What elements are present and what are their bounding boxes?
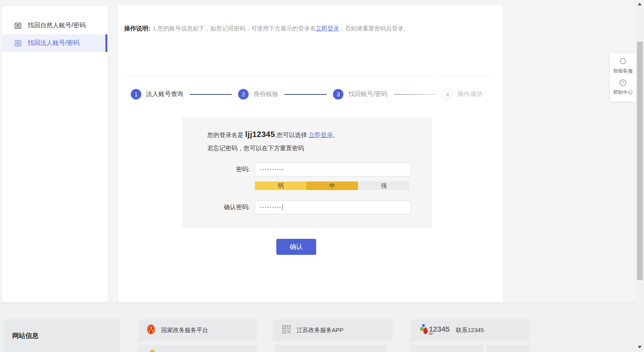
footer-card-label: 国家政务服务平台	[161, 327, 208, 334]
document-icon	[14, 22, 21, 29]
footer-card-partial[interactable]	[487, 345, 530, 352]
step-4-circle: 4	[442, 89, 453, 100]
footer-card-partial[interactable]	[274, 345, 387, 352]
login-now-link[interactable]: 立即登录	[316, 25, 339, 32]
main-panel: 操作说明:1.您的账号信息如下，如您记得密码，可使用下方展示的登录名立即登录，否…	[118, 5, 503, 302]
svg-text:12345: 12345	[429, 325, 450, 333]
website-info-card: 网站信息	[4, 319, 120, 352]
dashed-divider	[124, 76, 490, 77]
instruction-title: 操作说明:	[124, 25, 150, 32]
login-name-line: 您的登录名是 ljj12345,您可以选择 立即登录,	[207, 129, 432, 140]
password-row: 密码: ••••••••••	[182, 163, 432, 176]
sidebar-item-label: 找回法人账号/密码	[28, 39, 79, 47]
account-result-box: 您的登录名是 ljj12345,您可以选择 立即登录, 若忘记密码，您可以在下方…	[182, 117, 432, 228]
sidebar-item-recover-legal-person[interactable]: 找回法人账号/密码	[2, 34, 107, 52]
password-label: 密码:	[182, 165, 250, 174]
strength-weak-segment: 弱	[255, 181, 306, 190]
help-center-label: 帮助中心	[613, 89, 633, 96]
login-now-link[interactable]: 立即登录	[309, 132, 333, 138]
step-3-circle: 3	[333, 89, 343, 100]
sidebar: 找回自然人账号/密码 找回法人账号/密码	[2, 6, 107, 302]
login-name-value: ljj12345	[245, 130, 275, 139]
strength-strong-segment: 强	[358, 181, 409, 190]
step-3-label: 找回账号/密码	[348, 90, 387, 98]
footer-card-label: 江苏政务服务APP	[297, 327, 343, 334]
svg-text:?: ?	[622, 81, 624, 85]
password-masked-value: ••••••••••	[260, 167, 284, 172]
document-icon	[14, 40, 21, 47]
footer-card-partial[interactable]	[410, 345, 483, 352]
step-connector	[285, 94, 327, 95]
confirm-password-masked-value: •••••••••	[260, 205, 282, 210]
footer-card-contact-12345[interactable]: 12345 联系12345	[410, 319, 530, 341]
help-center-item[interactable]: ? 帮助中心	[613, 78, 633, 96]
step-indicator: 1 法人账号查询 2 身份核验 3 找回账号/密码 4 操作成功	[131, 89, 482, 100]
footer-card-label: 联系12345	[456, 327, 484, 334]
smart-service-label: 智能客服	[613, 68, 633, 75]
text-cursor	[282, 204, 283, 210]
strength-medium-segment: 中	[306, 181, 358, 190]
password-input[interactable]: ••••••••••	[255, 163, 411, 176]
smart-service-item[interactable]: 智能客服	[613, 57, 633, 75]
sidebar-item-label: 找回自然人账号/密码	[28, 21, 85, 30]
operation-instruction: 操作说明:1.您的账号信息如下，如您记得密码，可使用下方展示的登录名立即登录，否…	[124, 24, 490, 33]
scroll-down-arrow-icon[interactable]	[638, 346, 642, 348]
step-2-circle: 2	[238, 89, 249, 100]
step-connector	[190, 94, 232, 95]
national-emblem-icon	[147, 324, 155, 336]
step-connector	[394, 94, 436, 95]
website-info-title: 网站信息	[12, 332, 39, 340]
password-strength-meter: 弱 中 强	[255, 181, 409, 190]
vertical-scrollbar[interactable]	[636, 0, 644, 352]
confirm-password-label: 确认密码:	[182, 203, 250, 212]
step-1-circle: 1	[131, 89, 141, 100]
question-icon: ?	[619, 78, 627, 87]
scroll-up-arrow-icon[interactable]	[638, 3, 642, 5]
scrollbar-thumb[interactable]	[637, 42, 643, 280]
confirm-password-input[interactable]: •••••••••	[255, 201, 411, 214]
step-2-label: 身份核验	[253, 90, 278, 98]
footer-card-partial[interactable]	[138, 345, 257, 352]
sidebar-item-recover-natural-person[interactable]: 找回自然人账号/密码	[2, 17, 107, 34]
hotline-12345-logo: 12345	[419, 322, 450, 338]
step-1-label: 法人账号查询	[146, 90, 183, 98]
confirm-password-row: 确认密码: •••••••••	[182, 201, 432, 214]
footer: 网站信息 国家政务服务平台	[0, 302, 636, 352]
headset-icon	[619, 57, 627, 66]
qr-code-icon	[282, 325, 291, 335]
help-panel: 智能客服 ? 帮助中心	[610, 53, 636, 101]
reset-hint-line: 若忘记密码，您可以在下方重置密码	[207, 143, 432, 153]
footer-card-jiangsu-app[interactable]: 江苏政务服务APP	[274, 319, 393, 341]
footer-card-national-platform[interactable]: 国家政务服务平台	[138, 319, 257, 341]
partial-card-icon	[150, 350, 155, 352]
step-4-label: 操作成功	[457, 90, 482, 98]
confirm-button[interactable]: 确认	[276, 239, 316, 255]
